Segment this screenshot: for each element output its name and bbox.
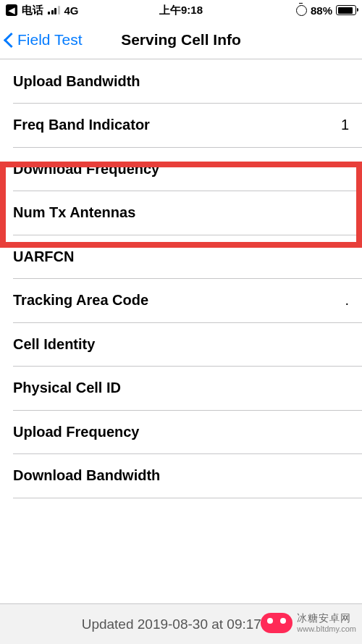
row-cell-identity[interactable]: Cell Identity — [0, 322, 362, 366]
row-upload-frequency[interactable]: Upload Frequency — [0, 410, 362, 453]
row-freq-band-indicator[interactable]: Freq Band Indicator 1 — [0, 104, 362, 147]
content-list: Upload Bandwidth Freq Band Indicator 1 D… — [0, 59, 362, 498]
footer-text: Updated 2019-08-30 at 09:17:47 — [82, 616, 281, 632]
battery-percent: 88% — [311, 4, 332, 17]
row-label: Download Frequency — [13, 161, 159, 177]
alarm-icon — [296, 5, 307, 16]
row-label: UARFCN — [13, 248, 74, 265]
row-physical-cell-id[interactable]: Physical Cell ID — [0, 367, 362, 410]
signal-icon — [48, 6, 60, 14]
back-button[interactable]: Field Test — [0, 31, 83, 49]
row-upload-bandwidth[interactable]: Upload Bandwidth — [0, 59, 362, 103]
row-tracking-area-code[interactable]: Tracking Area Code . — [0, 279, 362, 322]
watermark-url: www.bltdmy.com — [297, 624, 356, 634]
row-label: Num Tx Antennas — [13, 204, 135, 221]
network-label: 4G — [64, 4, 79, 17]
back-app-badge[interactable]: ◀ — [6, 4, 17, 16]
row-label: Cell Identity — [13, 336, 95, 353]
watermark-cn: 冰糖安卓网 — [297, 612, 356, 624]
row-label: Physical Cell ID — [13, 380, 121, 396]
row-value: 1 — [341, 117, 349, 133]
row-value: . — [345, 292, 349, 309]
back-label: Field Test — [17, 31, 83, 49]
row-label: Upload Bandwidth — [13, 73, 140, 90]
status-left: ◀ 电话 4G — [6, 4, 79, 17]
row-label: Download Bandwidth — [13, 467, 160, 484]
status-bar: ◀ 电话 4G 上午9:18 88% — [0, 0, 362, 20]
row-num-tx-antennas[interactable]: Num Tx Antennas — [0, 191, 362, 235]
battery-icon — [336, 5, 356, 15]
clock: 上午9:18 — [159, 4, 203, 17]
row-download-frequency[interactable]: Download Frequency — [0, 147, 362, 191]
row-uarfcn[interactable]: UARFCN — [0, 235, 362, 278]
row-label: Upload Frequency — [13, 424, 139, 440]
nav-bar: Field Test Serving Cell Info — [0, 20, 362, 59]
watermark: 冰糖安卓网 www.bltdmy.com — [261, 612, 356, 634]
row-label: Freq Band Indicator — [13, 117, 150, 133]
page-title: Serving Cell Info — [121, 31, 241, 49]
row-label: Tracking Area Code — [13, 292, 148, 309]
row-download-bandwidth[interactable]: Download Bandwidth — [0, 454, 362, 498]
chevron-left-icon — [4, 32, 14, 48]
status-right: 88% — [296, 4, 356, 17]
watermark-logo-icon — [261, 613, 292, 633]
carrier-label: 电话 — [22, 4, 43, 17]
watermark-text: 冰糖安卓网 www.bltdmy.com — [297, 612, 356, 634]
